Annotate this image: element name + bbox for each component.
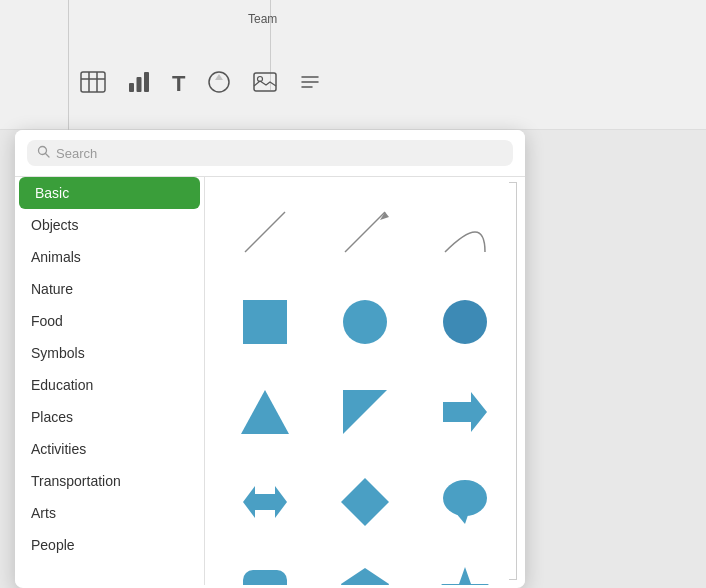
svg-rect-4	[129, 83, 134, 92]
sidebar-item-animals[interactable]: Animals	[15, 241, 204, 273]
shape-star[interactable]	[420, 552, 510, 585]
svg-marker-29	[341, 568, 389, 585]
sidebar-item-places[interactable]: Places	[15, 401, 204, 433]
svg-rect-28	[243, 570, 287, 585]
svg-point-19	[343, 300, 387, 344]
table-icon[interactable]	[80, 71, 106, 97]
shapes-panel: Basic Objects Animals Nature Food Symbol…	[15, 130, 525, 588]
search-input[interactable]	[56, 146, 503, 161]
svg-rect-0	[81, 72, 105, 92]
svg-marker-22	[343, 390, 387, 434]
sidebar-item-education[interactable]: Education	[15, 369, 204, 401]
svg-point-26	[443, 480, 487, 516]
sidebar: Basic Objects Animals Nature Food Symbol…	[15, 177, 205, 585]
shape-rounded-square[interactable]	[220, 552, 310, 585]
sidebar-item-arts[interactable]: Arts	[15, 497, 204, 529]
shape-triangle-1[interactable]	[220, 372, 310, 452]
svg-marker-27	[455, 512, 469, 524]
shape-double-arrow[interactable]	[220, 462, 310, 542]
bracket-bottom	[509, 579, 517, 580]
svg-marker-21	[241, 390, 289, 434]
search-icon	[37, 145, 50, 161]
svg-rect-5	[137, 77, 142, 92]
shape-triangle-2[interactable]	[320, 372, 410, 452]
sidebar-item-people[interactable]: People	[15, 529, 204, 561]
svg-rect-8	[254, 73, 276, 91]
sidebar-item-objects[interactable]: Objects	[15, 209, 204, 241]
svg-marker-30	[441, 567, 489, 585]
shape-circle-2[interactable]	[420, 282, 510, 362]
shape-arc[interactable]	[420, 192, 510, 272]
comment-icon[interactable]	[299, 71, 321, 97]
shapes-icon[interactable]	[207, 70, 231, 98]
toolbar-icons: T	[80, 70, 321, 98]
svg-marker-23	[443, 392, 487, 432]
content-area: Basic Objects Animals Nature Food Symbol…	[15, 177, 525, 585]
shape-diamond[interactable]	[320, 462, 410, 542]
shape-line-2[interactable]	[320, 192, 410, 272]
svg-line-15	[245, 212, 285, 252]
shape-line-1[interactable]	[220, 192, 310, 272]
shapes-grid-panel	[205, 177, 525, 585]
shape-speech-bubble[interactable]	[420, 462, 510, 542]
svg-marker-24	[243, 486, 287, 518]
team-label: Team	[248, 12, 277, 26]
svg-rect-6	[144, 72, 149, 92]
chart-icon[interactable]	[128, 71, 150, 97]
text-icon[interactable]: T	[172, 71, 185, 97]
shape-circle-1[interactable]	[320, 282, 410, 362]
sidebar-item-food[interactable]: Food	[15, 305, 204, 337]
search-wrapper	[27, 140, 513, 166]
bracket-top	[509, 182, 517, 183]
svg-marker-25	[341, 478, 389, 526]
sidebar-item-symbols[interactable]: Symbols	[15, 337, 204, 369]
svg-point-20	[443, 300, 487, 344]
shapes-grid	[215, 187, 515, 585]
svg-rect-18	[243, 300, 287, 344]
sidebar-item-basic[interactable]: Basic	[19, 177, 200, 209]
shape-arrow-right[interactable]	[420, 372, 510, 452]
shape-pentagon[interactable]	[320, 552, 410, 585]
search-bar	[15, 130, 525, 177]
vertical-line-left	[68, 0, 69, 130]
sidebar-item-nature[interactable]: Nature	[15, 273, 204, 305]
sidebar-item-activities[interactable]: Activities	[15, 433, 204, 465]
shape-square[interactable]	[220, 282, 310, 362]
media-icon[interactable]	[253, 72, 277, 96]
svg-line-14	[46, 154, 50, 158]
bracket-line	[516, 182, 517, 580]
sidebar-item-transportation[interactable]: Transportation	[15, 465, 204, 497]
svg-line-16	[345, 212, 385, 252]
